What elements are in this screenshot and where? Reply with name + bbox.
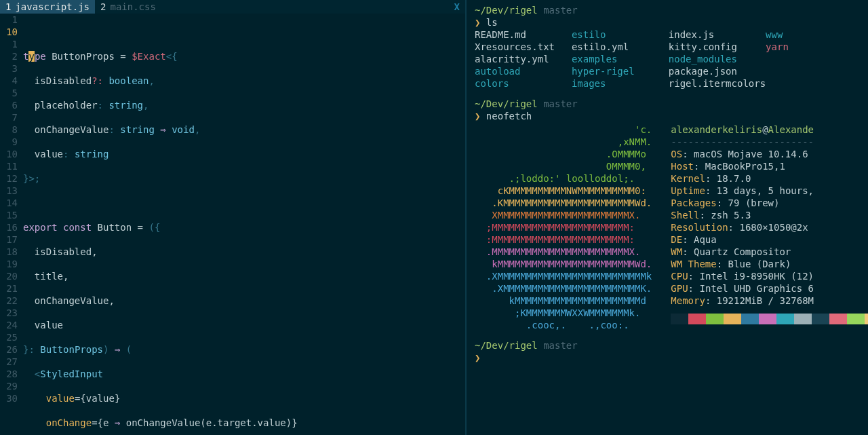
tab-close-icon[interactable]: X [449, 0, 465, 14]
system-info: alexanderkeliris@Alexande---------------… [671, 124, 868, 331]
tab-bar: 1 javascript.js 2 main.css X [0, 0, 465, 14]
color-swatches [671, 314, 868, 324]
code-area[interactable]: 1101234567891011121314151617181920212223… [0, 14, 465, 435]
command-neofetch: ❯ neofetch [475, 110, 863, 122]
command-ls: ❯ ls [475, 16, 863, 29]
editor-pane: 1 javascript.js 2 main.css X 11012345678… [0, 0, 467, 435]
neofetch-output: 'c. ,xNMM. .OMMMMo OMMMM0, .;loddo:' loo… [475, 124, 863, 331]
prompt-cursor[interactable]: ❯ [475, 352, 863, 364]
terminal-pane[interactable]: ~/Dev/rigel master ❯ ls README.mdXresour… [467, 0, 868, 435]
tab-javascript[interactable]: 1 javascript.js [0, 0, 95, 14]
prompt-line: ~/Dev/rigel master [475, 98, 863, 110]
prompt-line: ~/Dev/rigel master [475, 339, 863, 352]
code-lines: type ButtonProps = $Exact<{ isDisabled?:… [23, 14, 465, 435]
ls-output: README.mdXresources.txtalacritty.ymlauto… [475, 29, 863, 90]
apple-logo-ascii: 'c. ,xNMM. .OMMMMo OMMMM0, .;loddo:' loo… [475, 124, 652, 331]
line-number-gutter: 1101234567891011121314151617181920212223… [0, 14, 23, 435]
prompt-line: ~/Dev/rigel master [475, 4, 863, 16]
tab-maincss[interactable]: 2 main.css [95, 0, 161, 14]
